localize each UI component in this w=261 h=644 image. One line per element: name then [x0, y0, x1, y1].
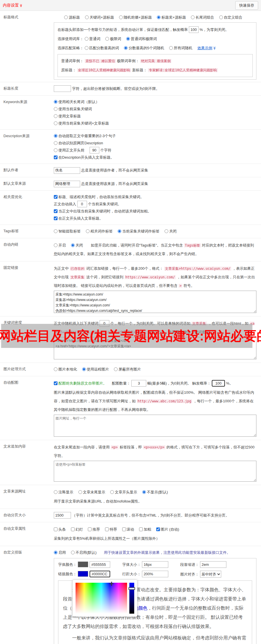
row-title-length: 标题长度 字符，超出部分将被强制截断。留空或设为0则不限。: [0, 82, 261, 96]
radio-dict-normal[interactable]: [85, 37, 88, 41]
layout-settings-box: 字体颜色： 字体大小： 段首缩进： 链接颜色：: [54, 558, 256, 644]
checkbox-attr-headline[interactable]: [54, 527, 58, 531]
color-picker-crosshair[interactable]: +: [109, 579, 114, 588]
insert-keyword-count-input[interactable]: [77, 201, 87, 207]
row-label: 默认文章来源: [3, 180, 54, 188]
radio-title-mode-clickbait-source[interactable]: [157, 15, 161, 19]
radio-srcurl-end[interactable]: [78, 490, 82, 494]
color-picker-gradient[interactable]: +: [76, 583, 127, 614]
title-length-input[interactable]: [54, 85, 71, 92]
normal-word-example: 震惊不已 难以置信: [85, 59, 116, 63]
pagination-size-input[interactable]: [54, 512, 71, 519]
radio-layout-disable[interactable]: [71, 551, 75, 554]
font-size-input[interactable]: [142, 561, 168, 568]
default-source-input[interactable]: [54, 181, 80, 187]
default-author-input[interactable]: [54, 167, 80, 174]
source-url-group: 注释显示 文章末尾显示 文章开头显示 不显示(默认): [54, 488, 256, 497]
fixed-link-textarea[interactable]: 采集>https://www.ucaiyun.com/ 采集器>https://…: [54, 291, 256, 313]
checkbox-remove-original-images[interactable]: [54, 381, 58, 385]
strategy-group: 选择匹配策略： 匹配分数最高的词 分数最高的5个词随机 所有词随机 效果示例≫: [58, 44, 253, 52]
row-auto-image: 自动配图 配图前先删除原文自带图片。 配图数量： 幅(最多5幅)，为0则关闭。 …: [0, 376, 261, 440]
radio-srcurl-start[interactable]: [110, 490, 114, 494]
row-label: 图片处理方式: [3, 365, 54, 374]
image-probability-input[interactable]: [212, 380, 225, 387]
image-url-textarea[interactable]: [54, 415, 256, 437]
checkbox-desc-insert-title[interactable]: [54, 155, 58, 159]
radio-innerlink-on[interactable]: [54, 243, 58, 247]
row-label: Description来源: [3, 132, 54, 161]
checkbox-attr-recommend[interactable]: [88, 527, 92, 531]
radio-strategy-highest[interactable]: [85, 46, 88, 50]
radio-title-mode-prefix-source[interactable]: [119, 15, 123, 19]
checkbox-relevance-add-keyword[interactable]: [54, 195, 58, 199]
radio-srcurl-hide[interactable]: [142, 490, 146, 494]
article-attrs-note: 采集到的文章有5%机率获得以上所选属性之一（图片属性除外）: [54, 534, 256, 543]
radio-tags-off[interactable]: [165, 229, 168, 233]
font-color-input[interactable]: [90, 561, 110, 568]
image-count-input[interactable]: [131, 380, 146, 387]
row-auto-innerlink: 自动内链 开启 关闭 如需开启此功能，请同时开启“Tags标签”。当正文中包含 …: [0, 238, 261, 261]
append-content-textarea[interactable]: [54, 461, 256, 482]
image-mode-group: 图片本地化 使用远程图片 屏蔽所有图片: [54, 366, 256, 373]
radio-strategy-all[interactable]: [169, 46, 173, 50]
checkbox-attr-bold[interactable]: [139, 527, 143, 531]
color-picker-slider-handle[interactable]: [128, 587, 135, 590]
url-example-highlight: https://www.ucaiyun.com/: [124, 275, 176, 279]
checkbox-insert-title-body[interactable]: [54, 216, 58, 220]
indent-input[interactable]: [200, 561, 226, 568]
radio-image-block[interactable]: [114, 367, 118, 371]
checkbox-attr-special[interactable]: [105, 527, 109, 531]
link-color-input[interactable]: [90, 571, 110, 577]
chevron-down-icon: ≫: [210, 46, 219, 50]
radio-title-mode-longtail[interactable]: [191, 15, 195, 19]
new-title-example: 专家解读:全球近10亿人受精神健康问题影响: [148, 68, 218, 72]
radio-tags-current-keyword[interactable]: [118, 229, 121, 233]
row-label: 文末追加内容: [3, 442, 54, 482]
source-url-note: 用于显示文章的采集来源URL，自动加nofollow属性。: [54, 497, 256, 506]
link-color-swatch[interactable]: [78, 571, 88, 577]
radio-image-localize[interactable]: [54, 367, 58, 371]
row-default-source: 默认文章来源 总是直接使用该来源，而不会从网页采集: [0, 177, 261, 191]
checkbox-attr-slide[interactable]: [71, 527, 75, 531]
p-xxx-tag-highlight: <p>xxx</p>: [143, 445, 165, 449]
desc-char-count-input[interactable]: [90, 147, 99, 153]
radio-tags-related[interactable]: [86, 229, 90, 233]
radio-srcurl-comment[interactable]: [54, 490, 58, 494]
radio-title-mode-custom[interactable]: [219, 15, 223, 19]
checkbox-bold-keyword[interactable]: [54, 209, 58, 213]
radio-title-mode-kw-source[interactable]: [85, 15, 89, 19]
row-source-url: 文章来源网址 注释显示 文章末尾显示 文章开头显示 不显示(默认) 用于显示文章…: [0, 485, 261, 509]
line-height-input[interactable]: [142, 571, 168, 577]
radio-kw-current-title[interactable]: [54, 121, 58, 125]
row-label: Keywords来源: [3, 98, 54, 127]
row-label: 默认作者: [3, 166, 54, 175]
quick-save-button[interactable]: 快速保存: [235, 1, 258, 10]
radio-desc-auto-sentences[interactable]: [54, 134, 58, 138]
p-tag-highlight: <p>: [111, 445, 119, 449]
radio-dict-extreme[interactable]: [105, 37, 109, 41]
effect-example-link[interactable]: 效果示例≫: [197, 46, 216, 50]
radio-strategy-top5[interactable]: [124, 46, 128, 50]
extreme-word-example: 绝对完美 最佳案例: [140, 59, 171, 63]
row-label: 相关度优化: [3, 193, 54, 222]
image-align-select[interactable]: 居中对齐: [200, 571, 221, 578]
row-default-author: 默认作者 总是直接使用该作者，而不会从网页采集: [0, 164, 261, 177]
radio-tags-smart[interactable]: [54, 229, 58, 233]
radio-kw-longtail[interactable]: [54, 100, 58, 104]
color-picker-slider[interactable]: [129, 583, 134, 614]
row-title-format: 标题格式 源标题 关键词+源标题 随机前缀+源标题 标题党+源标题 长尾词组合 …: [0, 11, 261, 82]
radio-innerlink-off[interactable]: [71, 243, 75, 247]
radio-layout-enable[interactable]: [54, 551, 58, 554]
radio-desc-original[interactable]: [54, 141, 58, 145]
checkbox-attr-image[interactable]: [156, 527, 160, 531]
radio-image-remote[interactable]: [82, 367, 86, 371]
radio-title-mode-source[interactable]: [64, 15, 68, 19]
radio-dict-both[interactable]: [126, 37, 130, 41]
radio-kw-current[interactable]: [54, 107, 58, 111]
radio-desc-first-chars[interactable]: [54, 148, 58, 152]
radio-kw-title[interactable]: [54, 114, 58, 118]
font-color-swatch[interactable]: [78, 562, 88, 567]
article-attrs-group: 头条 幻灯 推荐 特荐 滚动 加粗 图片 (自动): [54, 525, 256, 534]
checkbox-attr-scroll[interactable]: [122, 527, 126, 531]
trigger-probability-input[interactable]: [189, 26, 199, 33]
